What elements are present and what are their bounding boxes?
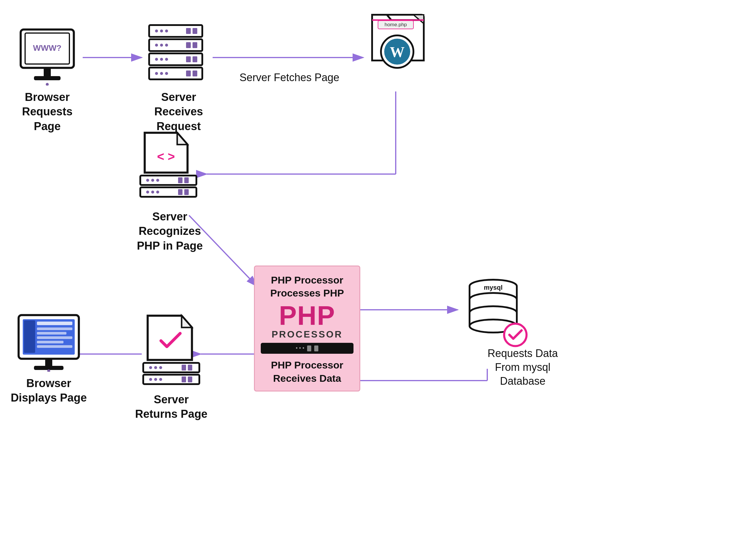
svg-point-31	[155, 58, 158, 61]
svg-rect-40	[186, 71, 191, 77]
svg-rect-22	[186, 28, 191, 34]
svg-rect-35	[193, 56, 197, 62]
svg-rect-99	[45, 359, 52, 366]
svg-point-77	[504, 324, 527, 346]
arrows-svg	[0, 0, 756, 552]
svg-rect-61	[178, 189, 183, 195]
svg-point-87	[159, 378, 162, 381]
svg-point-26	[160, 44, 163, 47]
svg-text:< >: < >	[157, 150, 175, 163]
server-returns-label: Server Returns Page	[133, 392, 210, 422]
svg-point-79	[149, 366, 152, 369]
browser-displays-icon	[16, 313, 81, 372]
svg-rect-98	[24, 320, 35, 353]
server-receives-label: Server Receives Request	[142, 90, 216, 134]
server-fetches-label: Server Fetches Page	[230, 71, 348, 85]
svg-text:W: W	[390, 44, 405, 60]
svg-point-53	[151, 179, 154, 182]
svg-rect-96	[37, 341, 64, 343]
svg-point-86	[154, 378, 157, 381]
svg-point-60	[156, 190, 159, 193]
svg-rect-34	[186, 56, 191, 62]
svg-point-38	[160, 72, 163, 75]
diagram-container: WWW? Browser Requests Page	[0, 0, 756, 552]
php-processor-processes-label: PHP Processor Processes PHP	[261, 273, 353, 299]
processor-word: PROCESSOR	[261, 329, 353, 340]
svg-point-32	[160, 58, 163, 61]
php-processor-receives-label: PHP Processor Receives Data	[261, 359, 353, 384]
svg-text:WWW?: WWW?	[33, 43, 62, 52]
svg-rect-97	[37, 345, 72, 348]
svg-text:home.php: home.php	[385, 22, 407, 27]
svg-rect-92	[37, 321, 72, 325]
svg-point-85	[149, 378, 152, 381]
browser-monitor-icon: WWW?	[18, 26, 77, 86]
svg-point-17	[46, 83, 49, 86]
browser-displays-label: Browser Displays Page	[9, 376, 89, 405]
svg-rect-94	[37, 332, 67, 334]
svg-point-33	[165, 58, 168, 61]
svg-rect-56	[184, 177, 189, 183]
browser-requests-label: Browser Requests Page	[9, 90, 86, 134]
svg-point-27	[165, 44, 168, 47]
svg-rect-100	[34, 366, 64, 370]
svg-rect-88	[182, 377, 186, 382]
svg-point-80	[154, 366, 157, 369]
svg-point-81	[159, 366, 162, 369]
svg-point-20	[160, 29, 163, 32]
svg-rect-95	[37, 336, 72, 339]
php-processor-box: PHP Processor Processes PHP PHP PROCESSO…	[254, 266, 360, 392]
svg-rect-62	[184, 189, 189, 195]
svg-rect-89	[188, 377, 192, 382]
svg-point-54	[156, 179, 159, 182]
folder-wp-icon: home.php W	[363, 9, 431, 77]
php-big-text: PHP	[261, 302, 353, 329]
mysql-database-icon: mysql	[464, 271, 529, 348]
svg-point-52	[146, 179, 149, 182]
svg-rect-23	[193, 28, 197, 34]
server-receives-icon	[145, 22, 207, 86]
svg-rect-55	[178, 177, 183, 183]
svg-text:mysql: mysql	[484, 284, 503, 291]
svg-rect-93	[37, 327, 72, 330]
svg-point-19	[155, 29, 158, 32]
svg-rect-83	[188, 365, 192, 371]
server-recognizes-label: Server Recognizes PHP in Page	[127, 210, 213, 253]
svg-point-37	[155, 72, 158, 75]
svg-rect-15	[44, 68, 51, 76]
requests-data-label: Requests Data From mysql Database	[475, 347, 570, 388]
svg-rect-41	[193, 71, 197, 77]
svg-rect-82	[182, 365, 186, 371]
svg-point-59	[151, 190, 154, 193]
svg-rect-28	[186, 42, 191, 48]
svg-point-39	[165, 72, 168, 75]
php-server-recognize-icon: < >	[134, 130, 202, 203]
svg-point-21	[165, 29, 168, 32]
svg-point-25	[155, 44, 158, 47]
svg-rect-29	[193, 42, 197, 48]
server-returns-icon	[139, 313, 204, 387]
svg-point-58	[146, 190, 149, 193]
svg-rect-16	[34, 76, 61, 80]
